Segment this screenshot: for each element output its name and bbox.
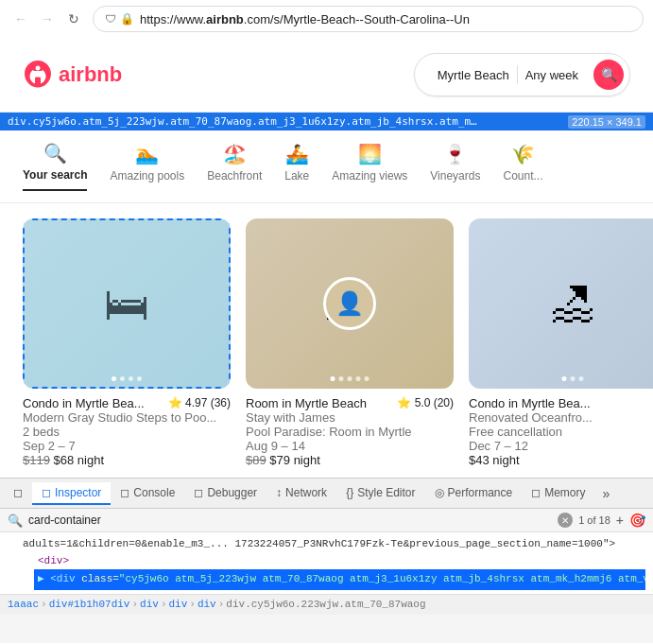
listing-subtitle-1: Modern Gray Studio Steps to Poo... — [23, 410, 231, 425]
airbnb-header: airbnb Myrtle Beach Any week 🔍 — [0, 38, 653, 113]
category-your-search[interactable]: 🔍 Your search — [23, 142, 87, 191]
search-pills[interactable]: Myrtle Beach Any week 🔍 — [414, 53, 630, 96]
listing-card-2[interactable]: 🛋 👤 Room in Myrtle Beach ⭐ 5.0 (20) Stay… — [246, 218, 454, 475]
inspector-overlay — [23, 218, 231, 389]
pick-element-button[interactable]: 🎯 — [629, 513, 645, 528]
dot — [356, 376, 361, 381]
tab-network[interactable]: ↕ Network — [266, 482, 336, 505]
element-highlight-bar: div.cy5jw6o.atm_5j_223wjw.atm_70_87waog.… — [0, 113, 653, 131]
dot — [579, 376, 584, 381]
listing-info-2: Room in Myrtle Beach ⭐ 5.0 (20) Stay wit… — [246, 389, 454, 475]
html-viewer: adults=1&children=0&enable_m3_... 172322… — [0, 532, 653, 594]
beachfront-icon: 🏖️ — [223, 143, 247, 165]
breadcrumb-div-2[interactable]: div — [168, 599, 187, 610]
tab-debugger[interactable]: ◻ Debugger — [184, 482, 266, 505]
back-button[interactable]: ← — [9, 8, 32, 30]
category-vineyards[interactable]: 🍷 Vineyards — [430, 143, 480, 190]
amazing-pools-label: Amazing pools — [110, 169, 184, 183]
amazing-pools-icon: 🏊 — [135, 143, 159, 165]
clear-search-button[interactable]: ✕ — [558, 513, 573, 528]
amazing-views-label: Amazing views — [332, 169, 407, 183]
inspector-icon: ◻ — [42, 486, 51, 499]
breadcrumb-div-id[interactable]: div#1b1h07div — [49, 599, 130, 610]
listing-dates-3: Dec 7 – 12 — [469, 439, 653, 453]
listing-info-1: Condo in Myrtle Bea... ⭐ 4.97 (36) Moder… — [23, 389, 231, 475]
listing-subtitle-3: Renovated Oceanfro... — [469, 410, 653, 425]
listing-rating-1: ⭐ 4.97 (36) — [168, 396, 231, 409]
breadcrumb-current: div.cy5jw6o.223wjw.atm_70_87waog — [226, 599, 425, 610]
your-search-label: Your search — [23, 168, 87, 182]
url-display: https://www.airbnb.com/s/Myrtle-Beach--S… — [140, 12, 470, 26]
dot — [562, 376, 567, 381]
listing-title-1: Condo in Myrtle Bea... — [23, 396, 145, 410]
category-beachfront[interactable]: 🏖️ Beachfront — [207, 143, 262, 190]
listing-info-3: Condo in Myrtle Bea... Renovated Oceanfr… — [469, 389, 653, 475]
devtools-search-bar: 🔍 ✕ 1 of 18 + 🎯 — [0, 509, 653, 532]
dot — [571, 376, 576, 381]
search-count: 1 of 18 — [578, 514, 610, 526]
dot — [112, 376, 116, 381]
tab-performance[interactable]: ◎ Performance — [425, 482, 523, 505]
dot — [137, 376, 142, 381]
devtools-search-input[interactable] — [28, 513, 552, 527]
breadcrumb-1aaac[interactable]: 1aaac — [8, 599, 39, 610]
airbnb-logo: airbnb — [23, 60, 122, 90]
tab-style-editor[interactable]: {} Style Editor — [336, 482, 424, 505]
devtools-more-button[interactable]: » — [595, 482, 618, 505]
listing-title-3: Condo in Myrtle Bea... — [469, 396, 591, 410]
amazing-views-icon: 🌅 — [358, 143, 382, 165]
listing-price-3: $43 night — [469, 453, 653, 467]
search-submit-button[interactable]: 🔍 — [593, 60, 624, 90]
dot — [348, 376, 352, 381]
browser-chrome: ← → ↻ 🛡 🔒 https://www.airbnb.com/s/Myrtl… — [0, 0, 653, 38]
search-icon: 🔍 — [8, 513, 23, 528]
listing-title-row-1: Condo in Myrtle Bea... ⭐ 4.97 (36) — [23, 396, 231, 410]
address-bar[interactable]: 🛡 🔒 https://www.airbnb.com/s/Myrtle-Beac… — [93, 6, 644, 32]
tab-style-editor-label: Style Editor — [357, 486, 415, 499]
devtools-breadcrumb: 1aaac › div#1b1h07div › div › div › div … — [0, 594, 653, 615]
listing-card-3[interactable]: 🏖 Condo in Myrtle Bea... Renovated Ocean… — [469, 218, 653, 475]
breadcrumb-div-1[interactable]: div — [140, 599, 159, 610]
dot — [129, 376, 133, 381]
your-search-icon: 🔍 — [43, 142, 67, 165]
performance-icon: ◎ — [435, 486, 444, 499]
listing-image-2: 🛋 👤 — [246, 218, 454, 389]
category-amazing-pools[interactable]: 🏊 Amazing pools — [110, 143, 184, 190]
dot — [331, 376, 335, 381]
listing-image-3: 🏖 — [469, 218, 653, 389]
listing-price-2: $89 $79 night — [246, 453, 454, 467]
add-node-button[interactable]: + — [616, 513, 624, 528]
category-lake[interactable]: 🚣 Lake — [284, 143, 309, 190]
tab-elements-icon[interactable]: ◻ — [4, 482, 32, 505]
listing-dots-2 — [331, 376, 369, 381]
airbnb-logo-icon — [23, 60, 53, 90]
devtools-panel: ◻ ◻ Inspector ◻ Console ◻ Debugger ↕ Net… — [0, 478, 653, 643]
listing-dates-1: Sep 2 – 7 — [23, 439, 231, 453]
nav-buttons: ← → ↻ — [9, 8, 85, 30]
listing-card-1[interactable]: 🛏 Condo in Myrtle Bea... ⭐ 4.97 (36) Mod… — [23, 218, 231, 475]
html-line-1: adults=1&children=0&enable_m3_... 172322… — [8, 536, 645, 553]
breadcrumb-div-3[interactable]: div — [198, 599, 216, 610]
style-editor-icon: {} — [346, 486, 353, 499]
listing-dates-2: Aug 9 – 14 — [246, 439, 454, 453]
tab-memory[interactable]: ◻ Memory — [522, 482, 594, 505]
beachfront-label: Beachfront — [207, 169, 262, 183]
tab-debugger-label: Debugger — [207, 486, 257, 499]
category-count[interactable]: 🌾 Count... — [503, 143, 542, 190]
avatar: 👤 — [323, 277, 376, 330]
html-line-highlighted[interactable]: ▶ <div class="cy5jw6o atm_5j_223wjw atm_… — [8, 569, 645, 590]
debugger-icon: ◻ — [194, 486, 203, 499]
network-icon: ↕ — [276, 486, 282, 499]
tab-console[interactable]: ◻ Console — [111, 482, 184, 505]
reload-button[interactable]: ↻ — [62, 8, 85, 30]
forward-button[interactable]: → — [36, 8, 59, 30]
tab-inspector[interactable]: ◻ Inspector — [32, 482, 111, 505]
address-bar-security: 🛡 🔒 — [105, 12, 134, 26]
category-amazing-views[interactable]: 🌅 Amazing views — [332, 143, 407, 190]
listing-price-current-1: $68 night — [54, 453, 105, 467]
listings-grid: 🛏 Condo in Myrtle Bea... ⭐ 4.97 (36) Mod… — [0, 203, 653, 478]
tab-memory-label: Memory — [544, 486, 585, 499]
listing-subtitle-2: Stay with James — [246, 410, 454, 425]
listing-image-bg-3: 🏖 — [469, 218, 653, 389]
airbnb-wordmark: airbnb — [59, 62, 122, 87]
